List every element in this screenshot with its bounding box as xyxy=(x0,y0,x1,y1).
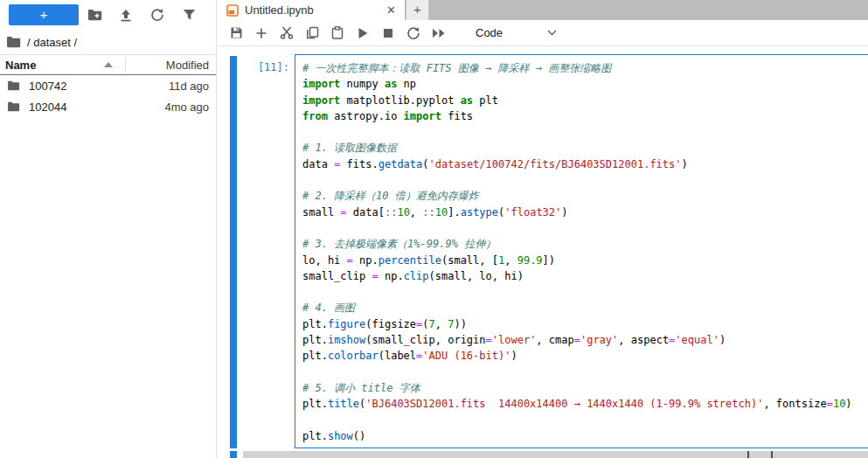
code-line: lo, hi = np.percentile(small, [1, 99.9]) xyxy=(302,253,868,268)
code-line xyxy=(302,220,868,236)
notebook-panel: Untitled.ipynb ✕ + xyxy=(218,0,868,458)
tab-untitled-ipynb[interactable]: Untitled.ipynb ✕ xyxy=(218,0,405,20)
file-row-100742[interactable]: 100742 11d ago xyxy=(0,75,216,96)
sort-ascending-icon[interactable] xyxy=(104,62,113,67)
scrollbar-mark xyxy=(747,451,749,458)
code-line xyxy=(302,124,868,140)
file-name: 102044 xyxy=(29,101,66,114)
code-line: from astropy.io import fits xyxy=(302,108,868,124)
new-folder-button[interactable] xyxy=(79,3,110,26)
file-modified: 4mo ago xyxy=(164,101,209,114)
code-line: # 5. 调小 title 字体 xyxy=(302,380,868,396)
new-launcher-button[interactable]: + xyxy=(9,4,79,25)
new-tab-button[interactable]: + xyxy=(406,0,429,20)
code-line: small_clip = np.clip(small, lo, hi) xyxy=(302,268,868,284)
file-browser: + xyxy=(0,0,217,458)
folder-icon xyxy=(6,36,21,48)
listing-header: Name Modified xyxy=(0,54,216,75)
file-browser-toolbar: + xyxy=(0,0,216,30)
refresh-button[interactable] xyxy=(142,3,173,26)
insert-cell-button[interactable] xyxy=(254,26,268,40)
column-header-modified[interactable]: Modified xyxy=(166,59,209,72)
code-line: plt.title('BJ6403SD12001.fits 14400x1440… xyxy=(302,396,868,412)
code-line xyxy=(302,172,868,188)
file-modified: 11d ago xyxy=(169,80,209,93)
restart-run-all-button[interactable] xyxy=(432,26,446,40)
paste-cells-button[interactable] xyxy=(330,26,344,40)
folder-icon xyxy=(7,101,20,112)
paste-icon xyxy=(331,26,344,39)
chevron-down-icon xyxy=(547,30,557,36)
code-line: # 4. 画图 xyxy=(302,300,868,316)
code-line: # 一次性完整脚本：读取 FITS 图像 → 降采样 → 画整张缩略图 xyxy=(302,60,868,76)
breadcrumb-path: / dataset / xyxy=(27,36,77,49)
code-line: import numpy as np xyxy=(302,76,868,92)
output-collapser[interactable] xyxy=(230,451,237,458)
cell-type-value: Code xyxy=(476,26,503,39)
notebook-toolbar: Code xyxy=(218,20,868,46)
refresh-icon xyxy=(150,8,164,22)
run-icon xyxy=(358,27,369,39)
restart-icon xyxy=(406,26,420,40)
upload-button[interactable] xyxy=(110,3,142,26)
close-tab-icon[interactable]: ✕ xyxy=(385,3,398,17)
restart-kernel-button[interactable] xyxy=(406,26,420,40)
upload-icon xyxy=(120,9,132,22)
code-line: import matplotlib.pyplot as plt xyxy=(302,93,868,108)
scissors-icon xyxy=(280,26,294,39)
horizontal-scrollbar[interactable] xyxy=(243,451,868,458)
code-line xyxy=(302,364,868,380)
code-line xyxy=(302,413,868,428)
fast-forward-icon xyxy=(432,28,446,38)
column-header-name[interactable]: Name xyxy=(0,59,36,72)
execution-count: [11]: xyxy=(239,61,289,73)
filter-icon xyxy=(183,9,196,21)
copy-cells-button[interactable] xyxy=(305,26,319,40)
code-line: small = data[::10, ::10].astype('float32… xyxy=(302,205,868,220)
notebook-file-icon xyxy=(226,4,239,17)
plus-icon xyxy=(255,27,267,39)
file-name: 100742 xyxy=(29,80,66,93)
column-divider xyxy=(125,58,126,72)
save-icon xyxy=(230,26,243,39)
code-line: # 2. 降采样（10 倍）避免内存爆炸 xyxy=(302,188,868,204)
code-line: data = fits.getdata('dataset/100742/fits… xyxy=(302,156,868,172)
breadcrumb[interactable]: / dataset / xyxy=(0,30,216,54)
code-editor[interactable]: # 一次性完整脚本：读取 FITS 图像 → 降采样 → 画整张缩略图impor… xyxy=(295,54,868,448)
code-line: plt.figure(figsize=(7, 7)) xyxy=(302,316,868,332)
cut-cells-button[interactable] xyxy=(280,26,294,40)
copy-icon xyxy=(306,26,319,39)
run-cell-button[interactable] xyxy=(356,26,370,40)
code-area: # 一次性完整脚本：读取 FITS 图像 → 降采样 → 画整张缩略图impor… xyxy=(302,60,868,444)
filter-button[interactable] xyxy=(173,3,205,26)
code-line: plt.colorbar(label='ADU (16-bit)') xyxy=(302,348,868,364)
new-folder-icon xyxy=(87,9,102,21)
save-button[interactable] xyxy=(229,26,243,40)
cell-collapser[interactable] xyxy=(230,56,237,448)
scrollbar-mark xyxy=(771,451,773,458)
stop-icon xyxy=(383,28,393,38)
tab-title: Untitled.ipynb xyxy=(245,3,385,17)
code-line xyxy=(302,284,868,300)
code-line: plt.imshow(small_clip, origin='lower', c… xyxy=(302,332,868,348)
code-line: # 3. 去掉极端像素（1%-99.9% 拉伸） xyxy=(302,236,868,252)
code-line: # 1. 读取图像数据 xyxy=(302,140,868,156)
file-row-102044[interactable]: 102044 4mo ago xyxy=(0,96,216,117)
cell-type-dropdown[interactable]: Code xyxy=(476,26,559,39)
interrupt-kernel-button[interactable] xyxy=(381,26,395,40)
tab-bar: Untitled.ipynb ✕ + xyxy=(218,0,868,20)
folder-icon xyxy=(7,80,20,91)
code-line: plt.show() xyxy=(302,428,868,444)
